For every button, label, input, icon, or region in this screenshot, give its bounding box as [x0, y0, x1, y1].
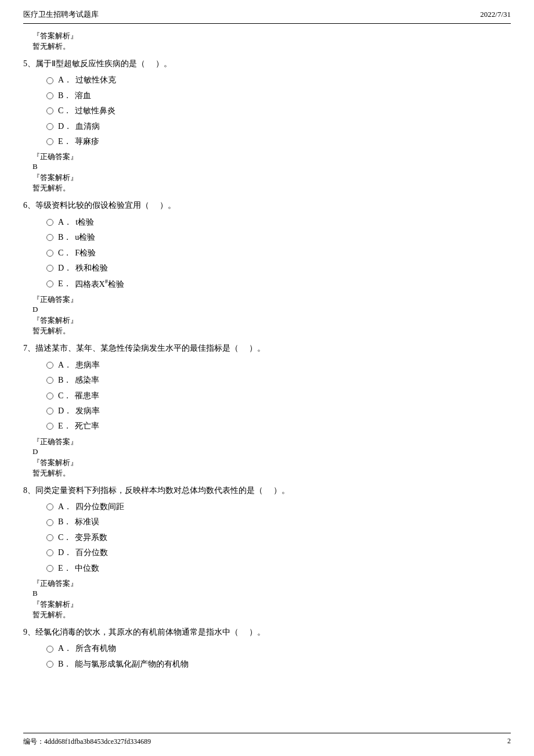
option-text: F检验 — [75, 247, 511, 260]
option-text: 死亡率 — [75, 420, 511, 433]
radio-icon[interactable] — [46, 280, 53, 287]
list-item: A． 患病率 — [46, 359, 511, 372]
q6-correct-label: 『正确答案』 — [33, 294, 511, 305]
radio-icon[interactable] — [46, 250, 53, 257]
question-6-options: A． t检验 B． u检验 C． F检验 D． 秩和检验 E． 四格表X — [46, 216, 511, 291]
radio-icon[interactable] — [46, 503, 53, 510]
question-6-text: 6、等级资料比较的假设检验宜用（ ）。 — [23, 199, 511, 212]
question-8-options: A． 四分位数间距 B． 标准误 C． 变异系数 D． 百分位数 E． — [46, 501, 511, 575]
list-item: B． 标准误 — [46, 516, 511, 528]
list-item: E． 死亡率 — [46, 420, 511, 433]
radio-icon[interactable] — [46, 549, 53, 556]
option-letter: B． — [58, 658, 71, 671]
question-7-options: A． 患病率 B． 感染率 C． 罹患率 D． 发病率 E． 死亡率 — [46, 359, 511, 433]
option-text: 发病率 — [75, 405, 511, 417]
list-item: B． 溶血 — [46, 89, 511, 102]
option-letter: A． — [58, 216, 72, 229]
q8-analysis-label: 『答案解析』 — [33, 599, 511, 610]
option-text: 能与氯形成氯化副产物的有机物 — [75, 658, 511, 671]
option-letter: E． — [58, 135, 71, 148]
option-letter: A． — [58, 642, 72, 655]
q5-correct-value: B — [33, 162, 511, 171]
option-text: 四分位数间距 — [75, 501, 511, 513]
radio-icon[interactable] — [46, 234, 53, 241]
q5-analysis-value: 暂无解析。 — [33, 183, 511, 193]
option-text: 患病率 — [75, 359, 511, 372]
q7-correct-value: D — [33, 447, 511, 456]
radio-icon[interactable] — [46, 77, 53, 84]
option-letter: D． — [58, 262, 72, 275]
radio-icon[interactable] — [46, 519, 53, 526]
question-5-options: A． 过敏性休克 B． 溶血 C． 过敏性鼻炎 D． 血清病 E． 荨麻 — [46, 74, 511, 148]
option-text: 感染率 — [75, 374, 511, 387]
option-letter: A． — [58, 74, 72, 87]
list-item: B． u检验 — [46, 231, 511, 244]
radio-icon[interactable] — [46, 646, 53, 653]
radio-icon[interactable] — [46, 408, 53, 415]
footer-page: 2 — [507, 737, 511, 747]
list-item: C． 变异系数 — [46, 531, 511, 544]
q7-analysis-label: 『答案解析』 — [33, 458, 511, 468]
page-header: 医疗卫生招聘考试题库 2022/7/31 — [23, 9, 511, 24]
option-letter: C． — [58, 390, 71, 402]
option-letter: A． — [58, 501, 72, 513]
list-item: D． 发病率 — [46, 405, 511, 417]
list-item: E． 中位数 — [46, 562, 511, 575]
q6-analysis-label: 『答案解析』 — [33, 315, 511, 326]
header-date: 2022/7/31 — [480, 10, 511, 19]
option-text: 过敏性鼻炎 — [75, 105, 511, 117]
option-letter: B． — [58, 516, 71, 528]
radio-icon[interactable] — [46, 265, 53, 272]
q6-analysis-value: 暂无解析。 — [33, 326, 511, 336]
initial-analysis-label: 『答案解析』 — [33, 31, 511, 41]
radio-icon[interactable] — [46, 423, 53, 430]
question-5-text: 5、属于Ⅱ型超敏反应性疾病的是（ ）。 — [23, 57, 511, 70]
radio-icon[interactable] — [46, 138, 53, 145]
initial-answer-block: 『答案解析』 暂无解析。 — [23, 31, 511, 52]
option-text: 所含有机物 — [75, 642, 511, 655]
list-item: A． 所含有机物 — [46, 642, 511, 655]
option-letter: D． — [58, 120, 72, 133]
radio-icon[interactable] — [46, 377, 53, 384]
radio-icon[interactable] — [46, 661, 53, 668]
radio-icon[interactable] — [46, 565, 53, 572]
option-letter: E． — [58, 562, 71, 575]
list-item: E． 荨麻疹 — [46, 135, 511, 148]
initial-analysis-value: 暂无解析。 — [33, 41, 511, 52]
list-item: A． 四分位数间距 — [46, 501, 511, 513]
option-text: 罹患率 — [75, 390, 511, 402]
question-7-section: 7、描述某市、某年、某急性传染病发生水平的最佳指标是（ ）。 A． 患病率 B．… — [23, 342, 511, 478]
option-text: 四格表X#检验 — [75, 277, 511, 291]
option-text: 百分位数 — [75, 546, 511, 559]
list-item: C． F检验 — [46, 247, 511, 260]
radio-icon[interactable] — [46, 92, 53, 99]
list-item: E． 四格表X#检验 — [46, 277, 511, 291]
option-text: 秩和检验 — [75, 262, 511, 275]
option-letter: B． — [58, 89, 71, 102]
option-text: 变异系数 — [75, 531, 511, 544]
question-6-section: 6、等级资料比较的假设检验宜用（ ）。 A． t检验 B． u检验 C． F检验… — [23, 199, 511, 336]
option-text: 中位数 — [75, 562, 511, 575]
option-letter: C． — [58, 105, 71, 117]
option-letter: D． — [58, 405, 72, 417]
list-item: D． 百分位数 — [46, 546, 511, 559]
option-text: 溶血 — [75, 89, 511, 102]
radio-icon[interactable] — [46, 123, 53, 130]
question-8-text: 8、同类定量资料下列指标，反映样本均数对总体均数代表性的是（ ）。 — [23, 484, 511, 497]
list-item: D． 血清病 — [46, 120, 511, 133]
radio-icon[interactable] — [46, 534, 53, 541]
list-item: B． 感染率 — [46, 374, 511, 387]
list-item: A． t检验 — [46, 216, 511, 229]
option-letter: B． — [58, 231, 71, 244]
option-letter: D． — [58, 546, 72, 559]
radio-icon[interactable] — [46, 107, 53, 114]
radio-icon[interactable] — [46, 362, 53, 369]
q7-correct-label: 『正确答案』 — [33, 437, 511, 447]
list-item: D． 秩和检验 — [46, 262, 511, 275]
q8-correct-value: B — [33, 589, 511, 598]
q7-analysis-value: 暂无解析。 — [33, 468, 511, 478]
list-item: A． 过敏性休克 — [46, 74, 511, 87]
radio-icon[interactable] — [46, 219, 53, 226]
q5-analysis-label: 『答案解析』 — [33, 172, 511, 183]
radio-icon[interactable] — [46, 393, 53, 399]
